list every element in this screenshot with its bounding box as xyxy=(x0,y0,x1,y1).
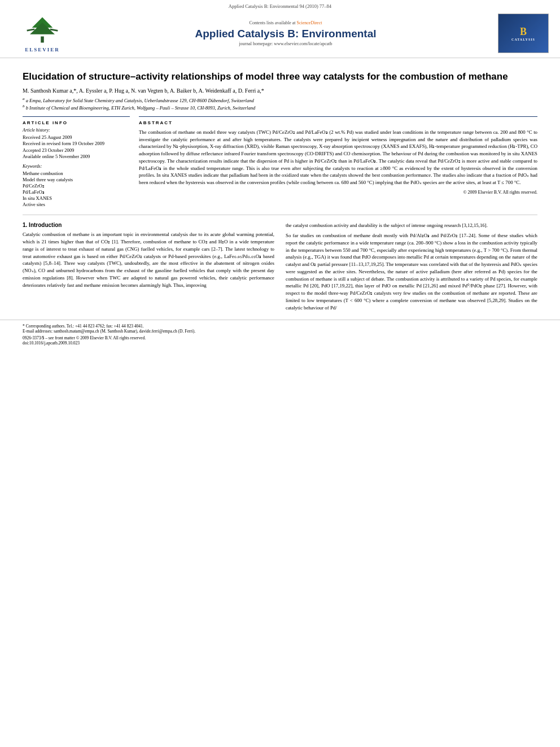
main-content: 1. Introduction Catalytic combustion of … xyxy=(23,222,537,314)
abstract-text: The combustion of methane on model three… xyxy=(139,129,537,186)
journal-title-center: Contents lists available at ScienceDirec… xyxy=(73,20,498,46)
footer-issn: 0926-3373/$ – see front matter © 2009 El… xyxy=(23,335,537,340)
affiliation-b: b b Institute of Chemical and Bioenginee… xyxy=(23,104,537,111)
affiliations: a a Empa, Laboratory for Solid State Che… xyxy=(23,97,537,111)
footnote-email: E-mail addresses: santhosh.matam@empa.ch… xyxy=(23,329,537,334)
article-info-box: ARTICLE INFO Article history: Received 2… xyxy=(23,116,130,208)
keyword-3: Pd/LaFeO₃ xyxy=(23,189,130,195)
keyword-0: Methane combustion xyxy=(23,171,130,176)
keyword-4: In situ XANES xyxy=(23,195,130,201)
abstract-column: ABSTRACT The combustion of methane on mo… xyxy=(139,116,537,208)
footer-doi: doi:10.1016/j.apcatb.2009.10.023 xyxy=(23,340,537,346)
journal-banner: ELSEVIER Contents lists available at Sci… xyxy=(11,11,549,55)
keyword-1: Model three way catalysts xyxy=(23,177,130,182)
article-info-column: ARTICLE INFO Article history: Received 2… xyxy=(23,116,130,208)
article-body: Elucidation of structure–activity relati… xyxy=(0,58,560,320)
introduction-heading: 1. Introduction xyxy=(23,222,274,228)
journal-homepage: journal homepage: www.elsevier.com/locat… xyxy=(73,41,498,46)
abstract-title: ABSTRACT xyxy=(139,120,537,125)
keywords-section: Keywords: Methane combustion Model three… xyxy=(23,164,130,207)
accepted-date: Accepted 23 October 2009 xyxy=(23,147,130,153)
journal-full-title: Applied Catalysis B: Environmental xyxy=(73,28,498,40)
keyword-5: Active sites xyxy=(23,202,130,207)
journal-header: Applied Catalysis B: Environmental 94 (2… xyxy=(0,0,560,58)
intro-paragraph-3: So far studies on combustion of methane … xyxy=(286,232,537,311)
article-title: Elucidation of structure–activity relati… xyxy=(23,71,537,83)
authors: M. Santhosh Kumar a,*, A. Eyssler a, P. … xyxy=(23,88,537,94)
copyright-line: © 2009 Elsevier B.V. All rights reserved… xyxy=(139,190,537,195)
contents-available-text: Contents lists available at ScienceDirec… xyxy=(73,20,498,25)
catalysis-logo: B CATALYSIS xyxy=(498,14,549,53)
revised-date: Received in revised form 19 October 2009 xyxy=(23,141,130,146)
affiliation-a: a a Empa, Laboratory for Solid State Che… xyxy=(23,97,537,103)
introduction-right: the catalyst combustion activity and dur… xyxy=(286,222,537,314)
keywords-label: Keywords: xyxy=(23,164,130,169)
section-divider xyxy=(23,215,537,215)
page: Applied Catalysis B: Environmental 94 (2… xyxy=(0,0,560,747)
article-info-abstract-section: ARTICLE INFO Article history: Received 2… xyxy=(23,116,537,208)
available-date: Available online 5 November 2009 xyxy=(23,154,130,159)
journal-citation: Applied Catalysis B: Environmental 94 (2… xyxy=(11,3,549,9)
intro-paragraph-2: the catalyst combustion activity and dur… xyxy=(286,222,537,229)
footnote-corresponding: * Corresponding authors. Tel.: +41 44 82… xyxy=(23,324,537,334)
page-footer: * Corresponding authors. Tel.: +41 44 82… xyxy=(0,320,560,349)
sciencedirect-link[interactable]: ScienceDirect xyxy=(297,20,322,25)
abstract-box: ABSTRACT The combustion of methane on mo… xyxy=(139,116,537,195)
elsevier-tree-icon xyxy=(20,15,65,46)
keyword-2: Pd/CeZrO₂ xyxy=(23,183,130,189)
elsevier-logo: ELSEVIER xyxy=(11,15,73,53)
svg-rect-1 xyxy=(41,36,44,42)
received-date: Received 25 August 2009 xyxy=(23,134,130,140)
history-label: Article history: xyxy=(23,128,130,133)
footnote-tel: * Corresponding authors. Tel.: +41 44 82… xyxy=(23,324,537,329)
article-info-title: ARTICLE INFO xyxy=(23,120,130,125)
intro-paragraph-1: Catalytic combustion of methane is an im… xyxy=(23,231,274,289)
elsevier-text: ELSEVIER xyxy=(25,47,60,53)
introduction-left: 1. Introduction Catalytic combustion of … xyxy=(23,222,274,314)
